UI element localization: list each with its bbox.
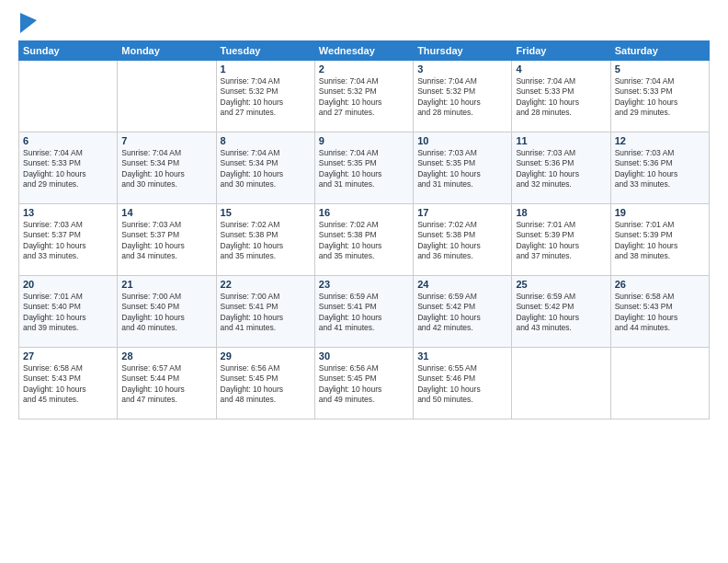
calendar-header-wednesday: Wednesday [314, 41, 413, 61]
day-info: Sunrise: 7:01 AM Sunset: 5:39 PM Dayligh… [615, 220, 705, 262]
day-info: Sunrise: 7:04 AM Sunset: 5:32 PM Dayligh… [417, 76, 507, 119]
calendar-week-row: 27Sunrise: 6:58 AM Sunset: 5:43 PM Dayli… [19, 348, 710, 419]
calendar-cell: 24Sunrise: 6:59 AM Sunset: 5:42 PM Dayli… [414, 276, 512, 348]
page-header [18, 17, 710, 33]
calendar-cell: 18Sunrise: 7:01 AM Sunset: 5:39 PM Dayli… [512, 204, 610, 276]
day-info: Sunrise: 7:03 AM Sunset: 5:36 PM Dayligh… [615, 148, 705, 190]
calendar-header-tuesday: Tuesday [216, 41, 314, 61]
day-number: 24 [417, 279, 507, 290]
calendar-header-thursday: Thursday [414, 41, 512, 61]
day-number: 16 [319, 207, 409, 218]
day-info: Sunrise: 6:56 AM Sunset: 5:45 PM Dayligh… [221, 363, 311, 406]
calendar-cell: 28Sunrise: 6:57 AM Sunset: 5:44 PM Dayli… [118, 348, 216, 419]
day-info: Sunrise: 6:56 AM Sunset: 5:45 PM Dayligh… [319, 363, 409, 406]
day-info: Sunrise: 7:04 AM Sunset: 5:34 PM Dayligh… [121, 148, 211, 190]
day-info: Sunrise: 7:00 AM Sunset: 5:41 PM Dayligh… [221, 292, 311, 334]
calendar-cell: 14Sunrise: 7:03 AM Sunset: 5:37 PM Dayli… [118, 204, 216, 276]
calendar-cell: 5Sunrise: 7:04 AM Sunset: 5:33 PM Daylig… [610, 61, 709, 132]
calendar-page: SundayMondayTuesdayWednesdayThursdayFrid… [0, 0, 728, 563]
calendar-cell: 15Sunrise: 7:02 AM Sunset: 5:38 PM Dayli… [216, 204, 314, 276]
day-number: 27 [23, 350, 113, 362]
day-number: 30 [319, 350, 409, 362]
calendar-cell: 31Sunrise: 6:55 AM Sunset: 5:46 PM Dayli… [414, 348, 512, 419]
day-number: 15 [221, 207, 311, 218]
day-info: Sunrise: 7:02 AM Sunset: 5:38 PM Dayligh… [319, 220, 409, 262]
calendar-header-sunday: Sunday [19, 41, 118, 61]
calendar-cell: 1Sunrise: 7:04 AM Sunset: 5:32 PM Daylig… [216, 61, 314, 132]
day-number: 26 [615, 279, 705, 290]
day-info: Sunrise: 7:04 AM Sunset: 5:35 PM Dayligh… [319, 148, 409, 190]
calendar-cell: 29Sunrise: 6:56 AM Sunset: 5:45 PM Dayli… [216, 348, 314, 419]
calendar-header-friday: Friday [512, 41, 610, 61]
day-number: 19 [615, 207, 705, 218]
calendar-cell: 6Sunrise: 7:04 AM Sunset: 5:33 PM Daylig… [19, 132, 118, 204]
day-info: Sunrise: 7:03 AM Sunset: 5:37 PM Dayligh… [121, 220, 211, 262]
day-number: 3 [417, 63, 507, 75]
calendar-cell: 16Sunrise: 7:02 AM Sunset: 5:38 PM Dayli… [314, 204, 413, 276]
calendar-cell: 11Sunrise: 7:03 AM Sunset: 5:36 PM Dayli… [512, 132, 610, 204]
day-number: 12 [615, 135, 705, 146]
calendar-header-saturday: Saturday [610, 41, 709, 61]
calendar-cell [610, 348, 709, 419]
day-number: 18 [516, 207, 606, 218]
day-number: 1 [221, 63, 311, 75]
day-info: Sunrise: 6:58 AM Sunset: 5:43 PM Dayligh… [23, 363, 113, 406]
calendar-cell: 25Sunrise: 6:59 AM Sunset: 5:42 PM Dayli… [512, 276, 610, 348]
day-number: 31 [417, 350, 507, 362]
day-number: 14 [121, 207, 211, 218]
calendar-cell: 30Sunrise: 6:56 AM Sunset: 5:45 PM Dayli… [314, 348, 413, 419]
calendar-header-row: SundayMondayTuesdayWednesdayThursdayFrid… [19, 41, 710, 61]
day-info: Sunrise: 6:59 AM Sunset: 5:41 PM Dayligh… [319, 292, 409, 334]
day-number: 28 [121, 350, 211, 362]
day-info: Sunrise: 7:04 AM Sunset: 5:33 PM Dayligh… [615, 76, 705, 119]
day-info: Sunrise: 7:04 AM Sunset: 5:34 PM Dayligh… [221, 148, 311, 190]
day-info: Sunrise: 6:55 AM Sunset: 5:46 PM Dayligh… [417, 363, 507, 406]
calendar-cell: 21Sunrise: 7:00 AM Sunset: 5:40 PM Dayli… [118, 276, 216, 348]
day-info: Sunrise: 7:04 AM Sunset: 5:32 PM Dayligh… [221, 76, 311, 119]
day-number: 7 [121, 135, 211, 146]
day-number: 11 [516, 135, 606, 146]
day-info: Sunrise: 7:02 AM Sunset: 5:38 PM Dayligh… [417, 220, 507, 262]
calendar-cell: 7Sunrise: 7:04 AM Sunset: 5:34 PM Daylig… [118, 132, 216, 204]
calendar-week-row: 6Sunrise: 7:04 AM Sunset: 5:33 PM Daylig… [19, 132, 710, 204]
day-number: 13 [23, 207, 113, 218]
day-info: Sunrise: 7:01 AM Sunset: 5:40 PM Dayligh… [23, 292, 113, 334]
day-number: 25 [516, 279, 606, 290]
calendar-cell: 20Sunrise: 7:01 AM Sunset: 5:40 PM Dayli… [19, 276, 118, 348]
day-info: Sunrise: 7:03 AM Sunset: 5:35 PM Dayligh… [417, 148, 507, 190]
day-info: Sunrise: 6:59 AM Sunset: 5:42 PM Dayligh… [417, 292, 507, 334]
day-number: 21 [121, 279, 211, 290]
calendar-header-monday: Monday [118, 41, 216, 61]
calendar-cell: 10Sunrise: 7:03 AM Sunset: 5:35 PM Dayli… [414, 132, 512, 204]
calendar-cell: 9Sunrise: 7:04 AM Sunset: 5:35 PM Daylig… [314, 132, 413, 204]
calendar-cell: 23Sunrise: 6:59 AM Sunset: 5:41 PM Dayli… [314, 276, 413, 348]
calendar-cell [512, 348, 610, 419]
calendar-cell: 27Sunrise: 6:58 AM Sunset: 5:43 PM Dayli… [19, 348, 118, 419]
day-info: Sunrise: 6:58 AM Sunset: 5:43 PM Dayligh… [615, 292, 705, 334]
calendar-cell: 13Sunrise: 7:03 AM Sunset: 5:37 PM Dayli… [19, 204, 118, 276]
calendar-week-row: 13Sunrise: 7:03 AM Sunset: 5:37 PM Dayli… [19, 204, 710, 276]
calendar-week-row: 20Sunrise: 7:01 AM Sunset: 5:40 PM Dayli… [19, 276, 710, 348]
day-info: Sunrise: 7:03 AM Sunset: 5:37 PM Dayligh… [23, 220, 113, 262]
calendar-cell: 2Sunrise: 7:04 AM Sunset: 5:32 PM Daylig… [314, 61, 413, 132]
day-info: Sunrise: 6:57 AM Sunset: 5:44 PM Dayligh… [121, 363, 211, 406]
logo [18, 17, 37, 33]
day-number: 17 [417, 207, 507, 218]
day-number: 6 [23, 135, 113, 146]
day-number: 10 [417, 135, 507, 146]
logo-icon [20, 13, 37, 33]
day-info: Sunrise: 7:02 AM Sunset: 5:38 PM Dayligh… [221, 220, 311, 262]
calendar-cell: 8Sunrise: 7:04 AM Sunset: 5:34 PM Daylig… [216, 132, 314, 204]
svg-marker-0 [20, 13, 37, 33]
day-number: 29 [221, 350, 311, 362]
calendar-cell: 17Sunrise: 7:02 AM Sunset: 5:38 PM Dayli… [414, 204, 512, 276]
day-number: 20 [23, 279, 113, 290]
calendar-cell: 3Sunrise: 7:04 AM Sunset: 5:32 PM Daylig… [414, 61, 512, 132]
calendar-table: SundayMondayTuesdayWednesdayThursdayFrid… [18, 40, 710, 419]
calendar-cell: 26Sunrise: 6:58 AM Sunset: 5:43 PM Dayli… [610, 276, 709, 348]
day-info: Sunrise: 7:04 AM Sunset: 5:33 PM Dayligh… [23, 148, 113, 190]
day-number: 5 [615, 63, 705, 75]
day-number: 8 [221, 135, 311, 146]
day-info: Sunrise: 6:59 AM Sunset: 5:42 PM Dayligh… [516, 292, 606, 334]
day-info: Sunrise: 7:01 AM Sunset: 5:39 PM Dayligh… [516, 220, 606, 262]
